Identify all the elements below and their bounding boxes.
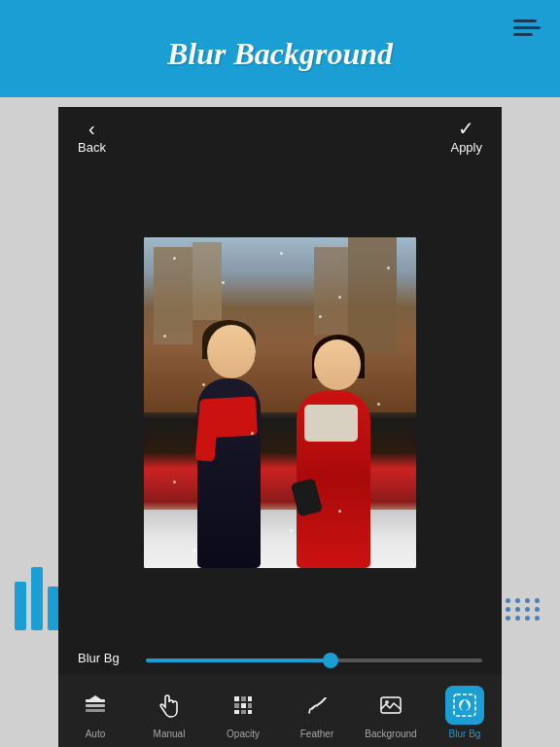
grid-icon: [224, 686, 262, 725]
blur-slider-container: [146, 649, 482, 666]
photo-frame: [144, 237, 416, 568]
apply-label: Apply: [450, 140, 482, 155]
main-area: ‹ Back ✓ Apply: [0, 97, 560, 747]
svg-rect-12: [248, 710, 252, 714]
svg-marker-3: [89, 695, 101, 699]
deco-bars: [15, 567, 59, 630]
tool-blur-bg[interactable]: Blur Bg: [428, 682, 502, 743]
slider-label: Blur Bg: [78, 651, 136, 665]
deco-dots: [506, 598, 541, 621]
tool-opacity[interactable]: Opacity: [206, 682, 280, 743]
tool-feather[interactable]: Feather: [280, 682, 354, 743]
photo-container: [58, 166, 502, 639]
back-button[interactable]: ‹ Back: [78, 119, 106, 155]
tool-auto[interactable]: Auto: [58, 682, 132, 743]
svg-rect-7: [234, 703, 239, 708]
tool-opacity-label: Opacity: [227, 729, 260, 739]
check-icon: ✓: [458, 119, 474, 138]
bottom-toolbar: Auto Manual: [58, 674, 502, 747]
svg-rect-10: [234, 710, 239, 714]
svg-rect-5: [241, 696, 246, 701]
top-header: Blur Background: [0, 0, 560, 97]
image-icon: [371, 686, 410, 725]
feather-icon: [298, 686, 336, 725]
svg-rect-2: [86, 709, 105, 712]
photo-people: [183, 296, 377, 568]
layers-icon: [76, 686, 115, 725]
editor-nav: ‹ Back ✓ Apply: [58, 107, 502, 166]
chevron-left-icon: ‹: [88, 119, 95, 138]
tool-auto-label: Auto: [86, 729, 106, 739]
svg-rect-11: [241, 710, 246, 714]
svg-rect-8: [241, 703, 246, 708]
tool-manual[interactable]: Manual: [132, 682, 206, 743]
blur-bg-slider[interactable]: [146, 658, 482, 662]
tool-feather-label: Feather: [300, 729, 333, 739]
menu-icon[interactable]: [513, 19, 541, 36]
page-title: Blur Background: [167, 36, 393, 72]
apply-button[interactable]: ✓ Apply: [450, 119, 482, 155]
blur-icon: [445, 686, 484, 725]
tool-manual-label: Manual: [154, 729, 186, 739]
hand-icon: [150, 686, 189, 725]
svg-rect-6: [248, 696, 252, 701]
tool-background[interactable]: Background: [354, 682, 428, 743]
svg-rect-9: [248, 703, 252, 708]
tool-background-label: Background: [365, 729, 416, 739]
svg-rect-4: [234, 696, 239, 701]
back-label: Back: [78, 140, 106, 155]
editor-panel: ‹ Back ✓ Apply: [58, 107, 502, 747]
tool-blur-bg-label: Blur Bg: [449, 729, 481, 739]
slider-section: Blur Bg: [58, 639, 502, 674]
svg-rect-1: [86, 704, 105, 707]
svg-rect-0: [86, 699, 105, 702]
